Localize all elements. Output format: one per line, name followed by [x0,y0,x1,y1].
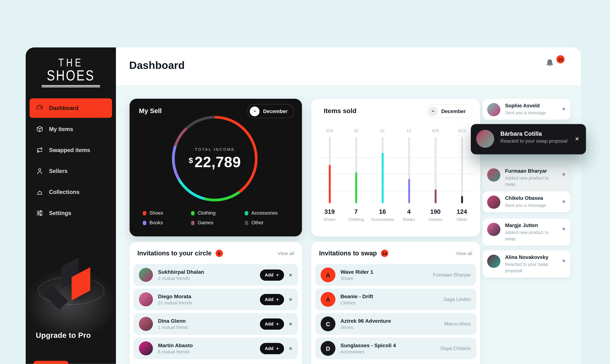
notification-card[interactable]: Alina NovakovskyReacted to your swap pro… [483,250,570,278]
close-icon[interactable]: ✕ [289,297,293,302]
legend-item: Games [191,220,245,225]
bar-column: 134Books [398,128,420,230]
invitations-circle-title: Invitations to your circle [137,249,212,257]
notification-message: Added new product to swap [505,175,566,187]
swap-invitation-row[interactable]: AWave Rider 1ShoesFurmaan Bharyar [315,264,476,286]
notification-card[interactable]: Chikelu ObaseaSent you a message✕ [483,191,570,212]
add-button-label: Add [265,297,273,302]
item-name: Sunglasses - Spicoli 4 [340,343,441,349]
items-sold-title: Items sold [324,107,356,115]
add-button[interactable]: Add+ [260,318,284,329]
row-info: Wave Rider 1Shoes [340,269,433,281]
bar-value: 319 [324,208,335,215]
close-icon[interactable]: ✕ [562,226,566,232]
circle-view-all-link[interactable]: View all [277,251,294,256]
bar-column: 529319Shoes [318,128,341,230]
notification-card[interactable]: Sophie AsveldSent you a message✕ [483,99,570,120]
circle-invitation-row[interactable]: Martín Abasto6 mutual friendsAdd+✕ [134,338,298,359]
item-category: Shoes [340,276,433,281]
swap-invitation-row[interactable]: ABeanie - DriftClothesSaga Lindén [315,288,476,310]
legend-swatch [143,211,146,215]
close-icon[interactable]: ✕ [289,346,293,351]
notification-message: Sent you a message [505,110,566,116]
bar-value: 16 [379,208,386,215]
bar-fill [329,165,331,203]
sidebar-item-swapped-items[interactable]: Swapped items [30,140,112,160]
bar-track [381,137,383,203]
bar-column: 2116Accessories [371,128,394,230]
upgrade-button[interactable] [33,361,68,364]
bar-fill [355,172,357,203]
sidebar-item-label: Sellers [49,168,68,174]
person-name: Diego Morata [158,294,260,299]
owner-name: Saga Lindén [444,297,471,302]
bar-column: 167Clothing [345,128,367,230]
income-donut-chart: TOTAL INCOME $ 22,789 [172,116,258,201]
notifications-button[interactable]: 15 [545,58,561,74]
row-info: Beanie - DriftClothes [340,294,444,305]
donut-legend: ShoesClothingAccessoriesBooksGamesOther [143,210,299,225]
bar-total-label: 16 [354,128,358,134]
invitations-circle-section: Invitations to your circle 9 View all Su… [130,242,302,364]
close-icon[interactable]: ✕ [575,136,580,142]
row-info: Aztrek 96 AdventureShoes [340,318,445,330]
sidebar-item-my-items[interactable]: My Items [30,119,112,139]
circle-invitation-row[interactable]: Diego Morata21 mutual friendsAdd+✕ [134,288,298,310]
sidebar-nav: DashboardMy ItemsSwapped itemsSellersCol… [26,98,116,222]
sidebar-item-sellers[interactable]: Sellers [30,161,112,181]
close-icon[interactable]: ✕ [562,199,566,204]
sidebar-item-dashboard[interactable]: Dashboard [30,98,112,117]
notification-card[interactable]: Furmaan BharyarAdded new product to swap… [483,164,570,191]
row-info: Martín Abasto6 mutual friends [158,343,260,354]
notification-name: Alina Novakovsky [505,254,566,260]
sidebar-item-collections[interactable]: Collections [30,182,112,201]
legend-item: Shoes [143,210,191,216]
swap-invitation-row[interactable]: DSunglasses - Spicoli 4AccessoriesDaya C… [315,338,476,359]
mutual-friends-label: 21 mutual friends [158,300,260,305]
bar-total-label: 21 [380,128,385,134]
bar-column: 429190Games [424,128,447,230]
circle-invitation-row[interactable]: Dina Glenn1 mutual friendAdd+✕ [134,313,298,335]
bar-fill [381,153,383,203]
notification-card[interactable]: Margje JuttenAdded new product to swap✕ [483,219,570,246]
notification-message: Reacted to your swap proposal [505,261,566,274]
sidebar-item-label: Swapped items [49,147,90,153]
add-button[interactable]: Add+ [260,294,284,305]
item-name: Wave Rider 1 [340,269,433,275]
close-icon[interactable]: ✕ [289,272,293,278]
close-icon[interactable]: ✕ [562,258,566,264]
circle-invitation-row[interactable]: Sukhbirpal Dhalan2 mutual friendsAdd+✕ [134,264,298,286]
invitations-circle-badge: 9 [216,249,223,257]
popup-message: Reacted to your swap proposal [500,139,580,144]
page-title: Dashboard [129,59,185,71]
swap-invitation-row[interactable]: CAztrek 96 AdventureShoesMarco Alves [315,313,476,335]
close-icon[interactable]: ✕ [562,107,566,112]
add-button[interactable]: Add+ [260,343,284,354]
swap-view-all-link[interactable]: View all [456,251,472,256]
bar-fill [408,179,410,203]
plus-icon: + [276,273,279,277]
notification-popup[interactable]: Bárbara Cotilla Reacted to your swap pro… [471,124,586,154]
avatar [139,317,153,331]
close-icon[interactable]: ✕ [289,321,293,327]
sidebar-item-settings[interactable]: Settings [30,203,112,222]
items-sold-period-dropdown[interactable]: December [426,104,473,118]
owner-name: Marco Alves [444,321,471,326]
add-button[interactable]: Add+ [260,269,284,281]
sidebar: THE SHOES DashboardMy ItemsSwapped items… [26,47,116,364]
notification-message: Added new product to swap [505,229,566,242]
bar-total-label: 13 [407,128,411,134]
person-name: Dina Glenn [158,318,260,324]
logo-rule [42,85,100,86]
my-sell-card: My Sell December TOTAL INCOME $ 22,789 S… [130,99,302,236]
swap-icon [36,146,43,154]
invitations-swap-section: Invitations to swap 14 View all AWave Ri… [311,242,480,364]
legend-swatch [245,221,248,225]
bell-icon [545,62,555,69]
logo-line2: SHOES [42,67,100,84]
notification-name: Sophie Asveld [505,103,566,108]
bar-value: 190 [430,208,441,215]
owner-name: Daya Chitanis [441,346,471,351]
close-icon[interactable]: ✕ [562,172,566,177]
avatar [487,223,500,236]
